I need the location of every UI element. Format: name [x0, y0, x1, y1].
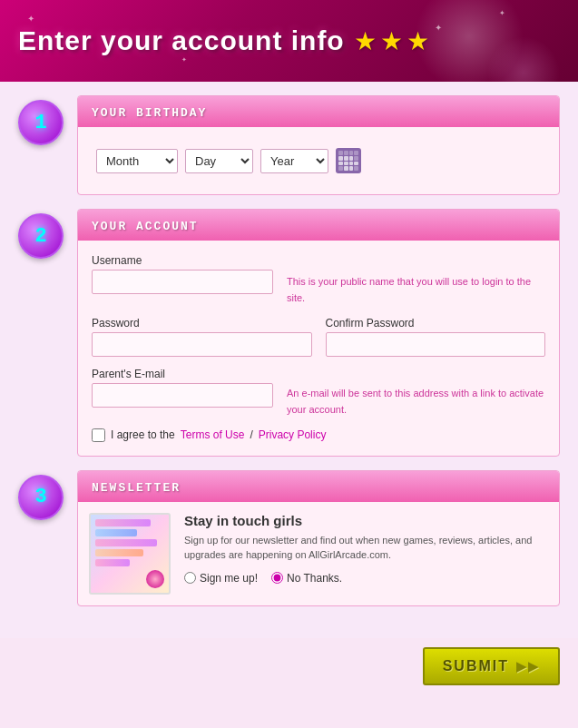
email-label: Parent's E-mail: [92, 368, 273, 380]
nothanks-option[interactable]: No Thanks.: [271, 572, 342, 585]
terms-link[interactable]: Terms of Use: [181, 428, 245, 441]
step1-circle: 1: [18, 100, 64, 145]
newsletter-text-area: Stay in touch girls Sign up for our news…: [184, 513, 548, 585]
separator: /: [250, 428, 252, 441]
birthday-title: YOUR BIRTHDAY: [92, 106, 207, 120]
submit-label: SUBMIT: [443, 658, 509, 674]
main-content: 1 YOUR BIRTHDAY Month January February M…: [0, 82, 578, 638]
year-select[interactable]: Year: [260, 149, 328, 173]
newsletter-description: Sign up for our newsletter and find out …: [184, 533, 548, 563]
step3-circle: 3: [18, 475, 64, 520]
confirm-password-input[interactable]: [326, 332, 546, 357]
newsletter-main-title: Stay in touch girls: [184, 513, 548, 528]
submit-button[interactable]: SUBMIT ▶▶: [423, 647, 560, 685]
step3-number: 3: [34, 486, 46, 508]
signup-option[interactable]: Sign me up!: [184, 572, 258, 585]
birthday-body: Month January February March April May J…: [78, 127, 559, 194]
newsletter-badge: [146, 570, 164, 588]
username-group: Username: [92, 254, 273, 294]
birthday-controls: Month January February March April May J…: [92, 141, 545, 181]
newsletter-title-header: NEWSLETTER: [92, 481, 181, 495]
birthday-header: YOUR BIRTHDAY: [78, 96, 559, 127]
email-row: Parent's E-mail An e-mail will be sent t…: [92, 368, 545, 418]
step2-number: 2: [34, 225, 46, 248]
username-left: Username: [92, 254, 273, 294]
birthday-section: YOUR BIRTHDAY Month January February Mar…: [77, 95, 560, 195]
password-group: Password: [92, 317, 312, 357]
password-input[interactable]: [92, 332, 312, 357]
star-3: ★: [407, 26, 429, 56]
submit-row: SUBMIT ▶▶: [0, 638, 578, 699]
email-input[interactable]: [92, 383, 273, 408]
step1-number: 1: [34, 112, 46, 134]
calendar-icon[interactable]: [336, 148, 361, 173]
newsletter-body: Stay in touch girls Sign up for our news…: [78, 502, 559, 605]
newsletter-section: NEWSLETTER Stay in touch girls Sign up f…: [77, 470, 560, 606]
account-body: Username This is your public name that y…: [78, 241, 559, 456]
account-title: YOUR ACCOUNT: [92, 220, 199, 233]
username-label: Username: [92, 254, 273, 267]
step2-row: 2 YOUR ACCOUNT Username This is your pub…: [18, 209, 560, 457]
submit-arrows: ▶▶: [516, 659, 540, 674]
newsletter-options: Sign me up! No Thanks.: [184, 572, 548, 585]
star-2: ★: [380, 26, 403, 56]
username-row: Username This is your public name that y…: [92, 254, 545, 306]
username-hint: This is your public name that you will u…: [287, 254, 545, 306]
star-1: ★: [354, 26, 377, 56]
step1-row: 1 YOUR BIRTHDAY Month January February M…: [18, 95, 560, 195]
nothanks-label: No Thanks.: [287, 572, 342, 585]
agree-checkbox[interactable]: [92, 428, 105, 442]
day-select[interactable]: Day: [185, 149, 253, 173]
newsletter-image: [89, 513, 171, 595]
email-hint-text: An e-mail will be sent to this address w…: [287, 386, 544, 415]
account-section: YOUR ACCOUNT Username This is your publi…: [77, 209, 560, 457]
username-input[interactable]: [92, 270, 273, 294]
month-select[interactable]: Month January February March April May J…: [96, 149, 178, 173]
confirm-password-group: Confirm Password: [326, 317, 546, 357]
terms-row: I agree to the Terms of Use / Privacy Po…: [92, 428, 545, 442]
email-group: Parent's E-mail: [92, 368, 273, 408]
signup-label: Sign me up!: [200, 572, 258, 585]
step2-circle: 2: [18, 213, 64, 259]
page-title: Enter your account info: [18, 25, 345, 56]
signup-radio[interactable]: [184, 572, 196, 584]
nothanks-radio[interactable]: [271, 572, 283, 584]
privacy-link[interactable]: Privacy Policy: [259, 428, 327, 441]
email-left: Parent's E-mail: [92, 368, 273, 418]
password-label: Password: [92, 317, 312, 330]
header: ✦ ✦ ✦ ✦ Enter your account info ★ ★ ★: [0, 0, 578, 82]
account-header: YOUR ACCOUNT: [78, 210, 559, 241]
header-stars: ★ ★ ★: [354, 26, 429, 56]
agree-text: I agree to the: [111, 428, 175, 441]
email-hint-area: An e-mail will be sent to this address w…: [287, 368, 545, 418]
newsletter-header: NEWSLETTER: [78, 471, 559, 502]
username-hint-text: This is your public name that you will u…: [287, 274, 531, 303]
step3-row: 3 NEWSLETTER Stay in touch: [18, 470, 560, 606]
confirm-password-label: Confirm Password: [326, 317, 546, 330]
password-row: Password Confirm Password: [92, 317, 545, 357]
